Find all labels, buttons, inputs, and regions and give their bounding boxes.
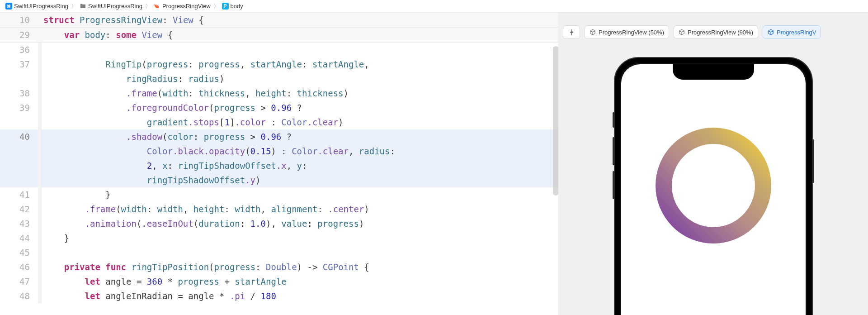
fold-ribbon[interactable]	[38, 260, 42, 274]
fold-ribbon[interactable]	[38, 245, 42, 260]
line-number: 38	[0, 86, 38, 100]
chip-label: ProgressRingView (90%)	[688, 29, 753, 36]
line-number: 46	[0, 260, 38, 274]
line-number: 40	[0, 129, 38, 144]
chip-label: ProgressRingV	[777, 29, 816, 36]
line-number: 48	[0, 289, 38, 303]
fold-ribbon[interactable]	[38, 274, 42, 289]
project-icon: ⌘	[5, 3, 12, 10]
cube-icon	[768, 29, 774, 35]
crumb-label: ProgressRingView	[162, 3, 211, 10]
device-notch	[673, 64, 754, 80]
swift-icon	[154, 3, 160, 10]
fold-ribbon[interactable]	[38, 158, 42, 173]
code-line: var body: some View {	[42, 28, 173, 42]
line-number	[0, 72, 38, 86]
fold-ribbon[interactable]	[38, 144, 42, 158]
fold-ribbon[interactable]	[38, 43, 42, 57]
code-line: gradient.stops[1].color : Color.clear)	[42, 115, 344, 129]
code-line: struct ProgressRingView: View {	[42, 13, 204, 27]
crumb-project[interactable]: ⌘ SwiftUIProgressRing	[4, 3, 70, 10]
line-number: 45	[0, 245, 38, 260]
code-line: Color.black.opacity(0.15) : Color.clear,…	[42, 144, 395, 158]
line-number: 29	[0, 28, 38, 42]
pin-button[interactable]	[563, 25, 580, 39]
code-line: .foregroundColor(progress > 0.96 ?	[42, 100, 302, 115]
code-editor[interactable]: 10struct ProgressRingView: View { 29 var…	[0, 13, 558, 315]
device-side-button	[613, 137, 615, 165]
line-number	[0, 144, 38, 158]
code-line: .shadow(color: progress > 0.96 ?	[42, 129, 292, 144]
code-line: let angle = 360 * progress + startAngle	[42, 274, 287, 289]
line-number: 43	[0, 216, 38, 231]
device-frame	[614, 57, 813, 315]
line-number: 37	[0, 57, 38, 72]
crumb-file[interactable]: ProgressRingView	[152, 3, 212, 10]
device-side-button	[812, 139, 814, 183]
code-line: .frame(width: width, height: width, alig…	[42, 202, 369, 216]
fold-ribbon[interactable]	[38, 173, 42, 187]
crumb-label: SwiftUIProgressRing	[14, 3, 68, 10]
crumb-label: body	[231, 3, 243, 10]
crumb-symbol[interactable]: P body	[220, 3, 245, 10]
crumb-folder[interactable]: SwiftUIProgressRing	[78, 3, 144, 10]
code-line: .animation(.easeInOut(duration: 1.0), va…	[42, 216, 364, 231]
code-line: ringTipShadowOffset.y)	[42, 173, 260, 187]
code-line: private func ringTipPosition(progress: D…	[42, 260, 369, 274]
preview-chip[interactable]: ProgressRingView (50%)	[585, 25, 669, 39]
line-number	[0, 173, 38, 187]
code-line: RingTip(progress: progress, startAngle: …	[42, 57, 369, 72]
device-side-button	[613, 112, 615, 128]
fold-ribbon[interactable]	[38, 57, 42, 72]
fold-ribbon[interactable]	[38, 100, 42, 115]
line-number	[0, 158, 38, 173]
code-line: ringRadius: radius)	[42, 72, 224, 86]
fold-ribbon[interactable]	[38, 86, 42, 100]
fold-ribbon[interactable]	[38, 231, 42, 245]
preview-chip[interactable]: ProgressRingView (90%)	[674, 25, 758, 39]
code-line: .frame(width: thickness, height: thickne…	[42, 86, 349, 100]
line-number: 41	[0, 187, 38, 202]
fold-ribbon[interactable]	[38, 216, 42, 231]
line-number: 39	[0, 100, 38, 115]
chevron-right-icon: 〉	[144, 2, 152, 10]
device-screen	[621, 64, 806, 315]
line-number: 36	[0, 43, 38, 57]
code-line: }	[42, 187, 111, 202]
fold-ribbon[interactable]	[38, 13, 42, 27]
chevron-right-icon: 〉	[70, 2, 78, 10]
fold-ribbon[interactable]	[38, 187, 42, 202]
scrollbar-thumb[interactable]	[553, 46, 558, 196]
device-side-button	[613, 171, 615, 199]
folder-icon	[80, 3, 86, 10]
crumb-label: SwiftUIProgressRing	[88, 3, 142, 10]
code-line: let angleInRadian = angle * .pi / 180	[42, 289, 276, 303]
cube-icon	[679, 29, 685, 35]
code-line: }	[42, 231, 69, 245]
fold-ribbon[interactable]	[38, 289, 42, 303]
fold-ribbon[interactable]	[38, 202, 42, 216]
breadcrumb: ⌘ SwiftUIProgressRing 〉 SwiftUIProgressR…	[0, 0, 868, 13]
fold-ribbon[interactable]	[38, 115, 42, 129]
code-line: 2, x: ringTipShadowOffset.x, y:	[42, 158, 307, 173]
chevron-right-icon: 〉	[212, 2, 220, 10]
fold-ribbon[interactable]	[38, 28, 42, 42]
preview-canvas: ProgressRingView (50%) ProgressRingView …	[558, 13, 868, 315]
line-number: 10	[0, 13, 38, 27]
property-icon: P	[222, 3, 229, 10]
line-number: 42	[0, 202, 38, 216]
fold-ribbon[interactable]	[38, 72, 42, 86]
fold-ribbon[interactable]	[38, 129, 42, 144]
svg-point-0	[664, 136, 763, 235]
line-number	[0, 115, 38, 129]
cube-icon	[590, 29, 596, 35]
chip-label: ProgressRingView (50%)	[599, 29, 664, 36]
line-number: 44	[0, 231, 38, 245]
line-number: 47	[0, 274, 38, 289]
canvas-toolbar: ProgressRingView (50%) ProgressRingView …	[558, 25, 868, 39]
pin-icon	[568, 29, 575, 36]
progress-ring-preview	[650, 122, 777, 250]
preview-chip-selected[interactable]: ProgressRingV	[763, 25, 821, 39]
